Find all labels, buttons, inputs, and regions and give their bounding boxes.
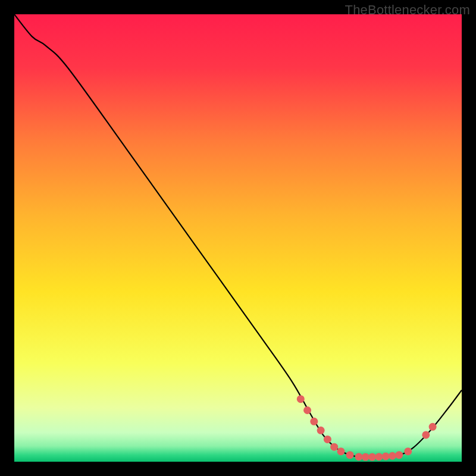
data-marker bbox=[317, 427, 325, 434]
data-marker bbox=[429, 423, 437, 431]
chart-container: TheBottlenecker.com bbox=[0, 0, 476, 476]
gradient-background bbox=[14, 14, 462, 462]
data-marker bbox=[382, 452, 390, 460]
chart-svg bbox=[14, 14, 462, 462]
data-marker bbox=[330, 443, 338, 451]
data-marker bbox=[362, 453, 369, 461]
data-marker bbox=[303, 406, 311, 414]
data-marker bbox=[346, 451, 354, 459]
data-marker bbox=[324, 436, 331, 443]
data-marker bbox=[297, 395, 305, 403]
data-marker bbox=[422, 431, 430, 439]
data-marker bbox=[310, 418, 318, 425]
data-marker bbox=[368, 453, 376, 461]
data-marker bbox=[375, 453, 383, 461]
data-marker bbox=[395, 451, 403, 459]
plot-area bbox=[14, 14, 462, 462]
data-marker bbox=[355, 453, 363, 461]
data-marker bbox=[389, 452, 396, 460]
data-marker bbox=[404, 447, 412, 455]
data-marker bbox=[337, 447, 345, 455]
